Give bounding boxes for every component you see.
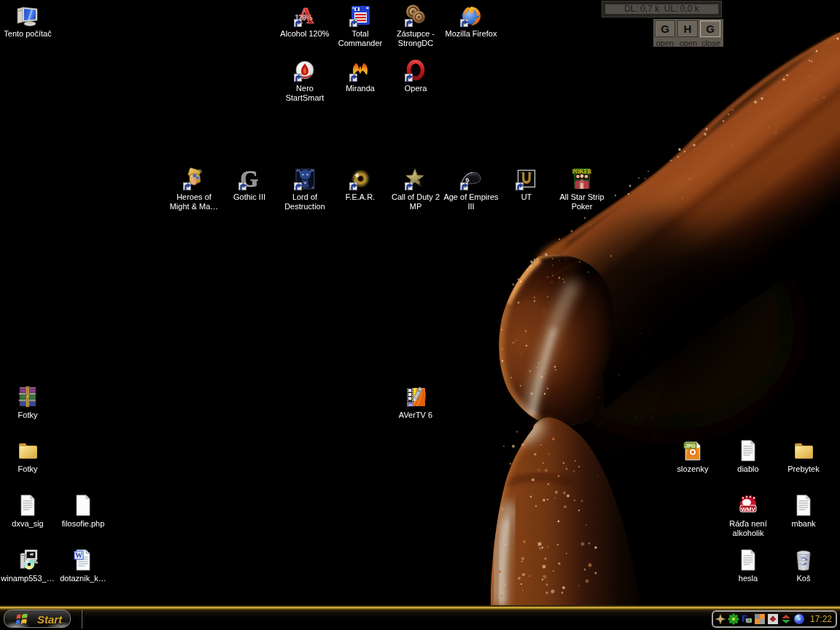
- svg-text:W: W: [75, 551, 82, 559]
- svg-text:WMV: WMV: [741, 506, 755, 513]
- svg-text:2: 2: [418, 177, 424, 189]
- svg-text:JPG: JPG: [685, 443, 696, 448]
